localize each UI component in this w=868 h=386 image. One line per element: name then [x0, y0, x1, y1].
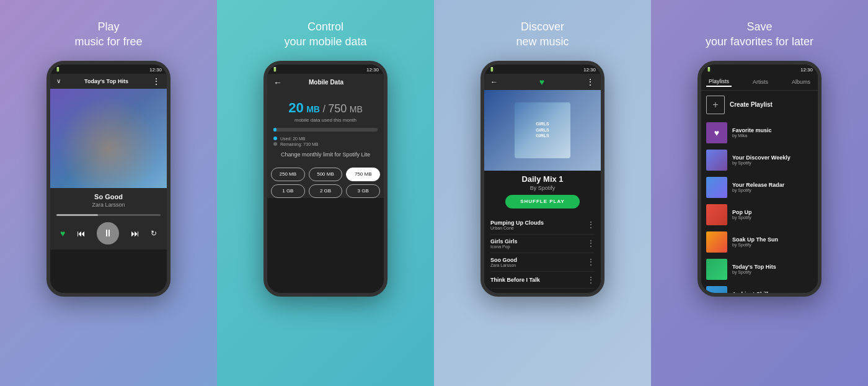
btn-1gb[interactable]: 1 GB: [271, 184, 305, 198]
playlist-thumb-6: [706, 259, 727, 280]
shuffle-play-button[interactable]: SHUFFLE PLAY: [505, 195, 580, 209]
btn-2gb[interactable]: 2 GB: [309, 184, 343, 198]
more-icon-3[interactable]: ⋮: [586, 77, 595, 87]
btn-row-1: 250 MB 500 MB 750 MB: [271, 168, 380, 181]
song-title: So Good: [56, 193, 161, 200]
tab-playlists[interactable]: Playlists: [706, 77, 732, 87]
playlist-item-5[interactable]: Soak Up The Sun by Spotify: [701, 228, 818, 256]
panel-play-title: Play music for free: [74, 19, 142, 48]
phone-1: 🔋 12:30 ∨ Today's Top Hits ⋮ So Good Zar…: [46, 61, 170, 297]
playlist-thumb-3: [706, 177, 727, 198]
used-mb: 20: [288, 100, 303, 115]
prev-icon[interactable]: ⏮: [77, 228, 86, 238]
track-item-2[interactable]: Girls Girls Icona Pop ⋮: [490, 235, 595, 253]
play-title-main: Play: [74, 21, 142, 34]
playlist-item-2[interactable]: Your Discover Weekly by Spotify: [701, 146, 818, 174]
daily-mix-art: GIRLSGIRLSGIRLS: [484, 90, 601, 171]
track-item-4[interactable]: Think Before I Talk ⋮: [490, 272, 595, 289]
track-artist-3: Zara Larsson: [490, 263, 517, 267]
plus-icon: +: [706, 96, 725, 114]
playlist-name-5: Soak Up The Sun: [732, 236, 778, 243]
mobile-data-header: ← Mobile Data: [267, 74, 384, 91]
track-dots-4[interactable]: ⋮: [587, 276, 595, 284]
song-artist: Zara Larsson: [56, 202, 161, 208]
playlist-by-5: by Spotify: [732, 243, 778, 247]
track-dots-3[interactable]: ⋮: [587, 258, 595, 266]
progress-track[interactable]: [56, 214, 161, 216]
usage-label: mobile data used this month: [273, 117, 378, 123]
playlist-item-4[interactable]: Pop Up by Spotify: [701, 201, 818, 228]
playlist-by-4: by Spotify: [732, 215, 752, 220]
legend-used: Used: 20 MB: [273, 137, 378, 141]
status-time-4: 12:30: [800, 67, 813, 73]
playback-controls: ♥ ⏮ ⏸ ⏭ ↻: [50, 217, 167, 249]
playlist-thumb-4: [706, 204, 727, 225]
panel-control-title: Control your mobile data: [284, 19, 366, 48]
progress-fill: [56, 214, 98, 216]
tab-albums[interactable]: Albums: [789, 78, 813, 86]
status-bar-4: 🔋 12:30: [701, 65, 818, 74]
back-icon[interactable]: ←: [273, 78, 282, 88]
album-text: GIRLSGIRLSGIRLS: [536, 121, 549, 139]
playlist-list: + Create Playlist ♥ Favorite music by Mi…: [701, 91, 818, 293]
phone-4: 🔋 12:30 Playlists Artists Albums + Creat…: [698, 61, 822, 297]
panel-control: Control your mobile data 🔋 12:30 ← Mobil…: [217, 0, 434, 386]
discover-title-main: Discover: [516, 21, 569, 34]
playlist-name-2: Your Discover Weekly: [732, 155, 790, 161]
chevron-down-icon[interactable]: ∨: [56, 78, 61, 84]
phone-2: 🔋 12:30 ← Mobile Data 20 MB / 750 MB mob…: [264, 61, 388, 297]
data-bar-fill: [273, 128, 277, 132]
shuffle-label: SHUFFLE PLAY: [520, 199, 565, 204]
playlist-by-3: by Spotify: [732, 188, 784, 192]
back-icon-3[interactable]: ←: [490, 78, 498, 86]
track-dots-2[interactable]: ⋮: [587, 239, 595, 248]
panel-discover-title: Discover new music: [516, 19, 569, 48]
control-title-sub: your mobile data: [284, 36, 366, 48]
legend-remaining-text: Remaining: 730 MB: [280, 142, 318, 146]
repeat-icon[interactable]: ↻: [151, 229, 157, 238]
playlist-name-3: Your Release Radar: [732, 182, 784, 188]
btn-3gb[interactable]: 3 GB: [346, 184, 380, 198]
playlist-name-4: Pop Up: [732, 209, 752, 215]
track-artist-2: Icona Pop: [490, 245, 518, 249]
next-icon[interactable]: ⏭: [131, 228, 140, 238]
playlist-item-1[interactable]: ♥ Favorite music by Mika: [701, 119, 818, 146]
mb-unit-total: MB: [350, 104, 363, 114]
separator: /: [322, 104, 328, 114]
tab-artists[interactable]: Artists: [750, 78, 771, 86]
btn-750mb[interactable]: 750 MB: [346, 168, 380, 181]
progress-bar-wrap[interactable]: [50, 210, 167, 217]
data-bar-track: [273, 128, 378, 132]
btn-500mb[interactable]: 500 MB: [309, 168, 343, 181]
data-usage-section: 20 MB / 750 MB mobile data used this mon…: [267, 91, 384, 168]
heart-icon[interactable]: ♥: [60, 228, 65, 238]
np-info: So Good Zara Larsson: [50, 188, 167, 210]
playlist-item-7[interactable]: Ambient Chill by Spotify: [701, 283, 818, 293]
playlist-item-3[interactable]: Your Release Radar by Spotify: [701, 174, 818, 201]
create-playlist-row[interactable]: + Create Playlist: [701, 91, 818, 119]
track-item-1[interactable]: Pumping Up Clouds Urban Cone ⋮: [490, 216, 595, 235]
status-time-1: 12:30: [149, 67, 162, 73]
album-art: [50, 89, 167, 188]
heart-icon-3[interactable]: ♥: [539, 77, 544, 87]
playlist-name-1: Favorite music: [732, 127, 772, 133]
discover-title-sub: new music: [516, 36, 569, 48]
track-dots-1[interactable]: ⋮: [587, 220, 595, 229]
mix-title: Daily Mix 1: [490, 174, 595, 184]
playlist-item-6[interactable]: Today's Top Hits by Spotify: [701, 256, 818, 283]
track-name-1: Pumping Up Clouds: [490, 220, 544, 226]
playlist-by-1: by Mika: [732, 133, 772, 138]
save-title-main: Save: [706, 21, 813, 34]
btn-row-2: 1 GB 2 GB 3 GB: [271, 184, 380, 198]
playlist-thumb-5: [706, 231, 727, 253]
track-artist-1: Urban Cone: [490, 226, 544, 230]
track-item-3[interactable]: Soo Good Zara Larsson ⋮: [490, 253, 595, 272]
data-usage-display: 20 MB / 750 MB mobile data used this mon…: [273, 100, 378, 123]
btn-250mb[interactable]: 250 MB: [271, 168, 305, 181]
status-bar-2: 🔋 12:30: [267, 65, 384, 74]
more-options-icon[interactable]: ⋮: [152, 76, 161, 86]
playlist-name-6: Today's Top Hits: [732, 264, 776, 270]
play-title-sub: music for free: [74, 36, 142, 48]
mobile-data-title: Mobile Data: [287, 79, 365, 86]
pause-button[interactable]: ⏸: [97, 222, 119, 245]
